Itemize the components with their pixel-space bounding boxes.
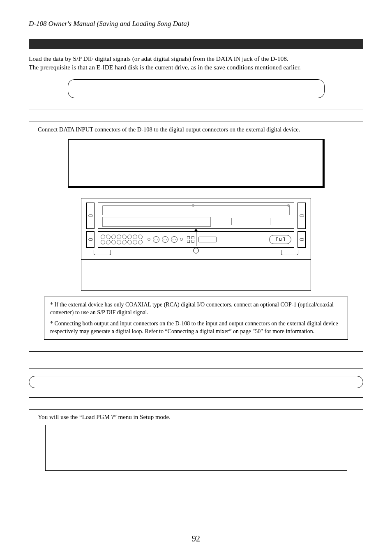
rack-ear-left-bottom [86, 231, 95, 248]
note-coaxial: * If the external device has only COAXIA… [50, 301, 342, 317]
connect-instruction: Connect DATA INPUT connectors of the D-1… [38, 126, 363, 133]
intro-line-2: The prerequisite is that an E-IDE hard d… [29, 64, 301, 71]
rack-ear-right-top [297, 203, 306, 229]
caution-note-box: * If the external device has only COAXIA… [44, 297, 348, 340]
optical-io [187, 236, 194, 243]
highlight-box-1 [68, 139, 325, 188]
rear-panel-diagram [81, 198, 311, 291]
setup-menu-note: You will use the “Load PGM ?” menu in Se… [38, 414, 363, 421]
power-inlet [269, 235, 291, 244]
note-digital-loop: * Connecting both output and input conne… [50, 320, 342, 336]
step-bar-3 [29, 397, 363, 410]
section-title-bar [29, 39, 363, 49]
rack-ear-left-top [86, 203, 95, 229]
rack-ear-right-bottom [297, 231, 306, 248]
intro-paragraph: Load the data by S/P DIF digital signals… [29, 55, 363, 72]
step-bar-1 [29, 110, 363, 122]
page-number: 92 [0, 534, 392, 543]
data-in-arrow [194, 228, 198, 246]
bottom-info-box [45, 425, 347, 471]
rack-feet [86, 250, 306, 255]
intro-line-1: Load the data by S/P DIF digital signals… [29, 55, 288, 62]
rack-upper-unit [98, 203, 294, 229]
note-box-rounded-2 [29, 376, 363, 388]
note-box-rounded-1 [68, 79, 325, 98]
scsi-connector [198, 237, 217, 242]
audio-jacks-group [101, 235, 143, 244]
midi-jacks [148, 236, 183, 243]
step-bar-2 [29, 351, 363, 368]
header-title: D-108 Owner's Manual (Saving and Loading… [29, 20, 363, 29]
